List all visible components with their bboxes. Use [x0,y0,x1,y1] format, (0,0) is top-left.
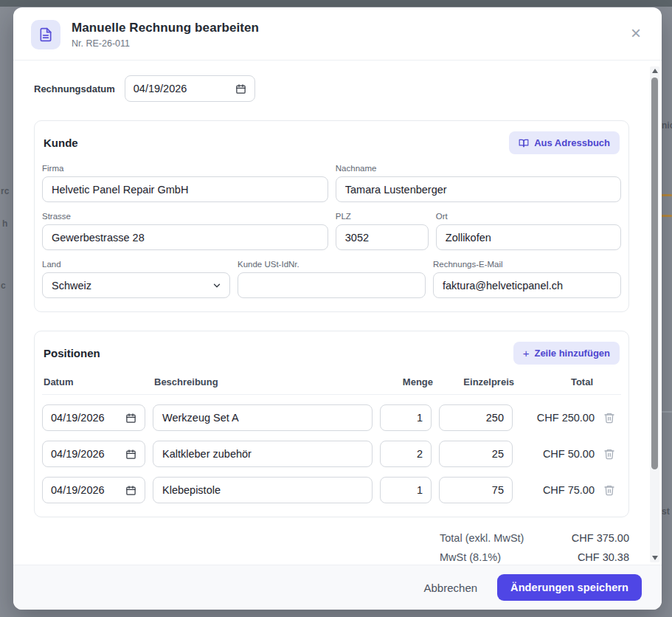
field-land: Land Schweiz [42,260,230,298]
vat-value: CHF 30.38 [578,551,629,563]
row-qty-input[interactable] [380,404,432,431]
position-row: 04/19/2026 CHF 75.00 [42,477,621,503]
row-unit-price-input[interactable] [439,477,513,503]
field-nachname: Nachname [336,164,621,202]
row-date-value: 04/19/2026 [51,448,105,460]
invoice-date-input[interactable]: 04/19/2026 [125,75,255,102]
field-email: Rechnungs-E-Mail [433,260,621,298]
firma-input[interactable] [42,176,328,202]
column-header-menge: Menge [381,376,433,387]
trash-icon [603,484,615,496]
modal-scrollbar[interactable] [650,66,659,562]
invoice-date-row: Rechnungsdatum 04/19/2026 [34,75,629,102]
trash-icon [603,448,615,460]
column-header-einzelpreis: Einzelpreis [440,376,514,387]
row-total-value: CHF 75.00 [520,484,595,496]
edit-invoice-modal: Manuelle Rechnung bearbeiten Nr. RE-26-0… [13,7,662,610]
position-row: 04/19/2026 CHF 250.00 [42,404,621,431]
email-label: Rechnungs-E-Mail [433,260,621,269]
ort-input[interactable] [436,224,621,250]
email-input[interactable] [433,272,621,298]
plus-icon: + [523,350,530,357]
close-button[interactable]: × [631,20,644,41]
nachname-label: Nachname [336,164,621,173]
background-orange-line-fragment [661,215,672,217]
calendar-icon [125,413,136,424]
calendar-icon [125,449,136,460]
row-description-input[interactable] [153,441,373,467]
positions-section-header: Positionen + Zeile hinzufügen [42,342,621,365]
book-icon [519,138,529,148]
invoice-date-label: Rechnungsdatum [34,83,115,94]
nachname-input[interactable] [336,176,621,202]
field-ort: Ort [436,212,621,250]
customer-section-title: Kunde [44,137,78,149]
delete-row-button[interactable] [602,483,621,497]
modal-body: Rechnungsdatum 04/19/2026 Kunde Aus Adre… [13,61,662,565]
row-date-input[interactable]: 04/19/2026 [42,477,145,503]
row-description-input[interactable] [153,404,373,431]
land-select[interactable]: Schweiz [42,272,230,298]
address-book-button[interactable]: Aus Adressbuch [509,131,620,154]
invoice-number: Nr. RE-26-011 [72,38,259,49]
position-row: 04/19/2026 CHF 50.00 [42,441,621,467]
customer-row-1: Firma Nachname [42,164,621,202]
background-text-fragment: st [662,506,670,517]
modal-header: Manuelle Rechnung bearbeiten Nr. RE-26-0… [13,7,662,61]
modal-footer: Abbrechen Änderungen speichern [13,565,662,610]
background-topbar-fragment [0,0,672,7]
delete-row-button[interactable] [602,447,621,461]
background-orange-line-fragment [661,194,672,196]
ust-label: Kunde USt-IdNr. [238,260,426,269]
scrollbar-up-arrow[interactable] [650,66,659,75]
cancel-button[interactable]: Abbrechen [424,582,478,594]
field-plz: PLZ [336,212,429,250]
row-description-input[interactable] [153,477,373,503]
ust-input[interactable] [238,272,426,298]
invoice-date-value: 04/19/2026 [134,83,187,94]
column-header-datum: Datum [44,376,147,387]
background-text-fragment: nic [662,120,672,131]
field-firma: Firma [42,164,328,202]
ort-label: Ort [436,212,621,221]
plz-label: PLZ [336,212,429,221]
row-date-input[interactable]: 04/19/2026 [42,404,145,431]
invoice-document-icon [31,20,60,49]
vat-label: MwSt (8.1%) [440,551,501,563]
save-changes-button[interactable]: Änderungen speichern [497,574,642,601]
land-label: Land [42,260,230,269]
positions-section: Positionen + Zeile hinzufügen Datum Besc… [34,331,629,517]
add-row-button[interactable]: + Zeile hinzufügen [513,342,620,365]
row-qty-input[interactable] [380,477,432,503]
background-divider-fragment [661,411,672,413]
row-qty-input[interactable] [380,441,432,467]
row-date-input[interactable]: 04/19/2026 [42,441,145,467]
row-date-value: 04/19/2026 [51,484,105,496]
subtotal-value: CHF 375.00 [572,532,629,544]
totals-block: Total (exkl. MwSt) CHF 375.00 MwSt (8.1%… [440,528,629,565]
strasse-input[interactable] [42,224,328,250]
row-unit-price-input[interactable] [439,404,513,431]
subtotal-row: Total (exkl. MwSt) CHF 375.00 [440,528,629,548]
scrollbar-thumb[interactable] [651,77,658,469]
strasse-label: Strasse [42,212,328,221]
field-ust: Kunde USt-IdNr. [238,260,426,298]
background-text-fragment: c [1,280,6,291]
customer-section-header: Kunde Aus Adressbuch [42,131,621,154]
calendar-icon [125,485,136,496]
trash-icon [603,412,615,424]
address-book-button-label: Aus Adressbuch [534,137,610,148]
row-unit-price-input[interactable] [439,441,513,467]
calendar-icon [235,83,246,94]
positions-table-header: Datum Beschreibung Menge Einzelpreis Tot… [42,376,621,395]
customer-row-2: Strasse PLZ Ort [42,212,621,250]
subtotal-label: Total (exkl. MwSt) [440,532,524,544]
land-selected-value: Schweiz [52,280,91,292]
delete-row-button[interactable] [602,410,621,425]
vat-row: MwSt (8.1%) CHF 30.38 [440,548,629,565]
scrollbar-down-arrow[interactable] [650,554,659,562]
modal-titles: Manuelle Rechnung bearbeiten Nr. RE-26-0… [72,20,259,49]
column-header-total: Total [522,376,593,387]
plz-input[interactable] [336,224,429,250]
row-total-value: CHF 50.00 [520,448,595,460]
